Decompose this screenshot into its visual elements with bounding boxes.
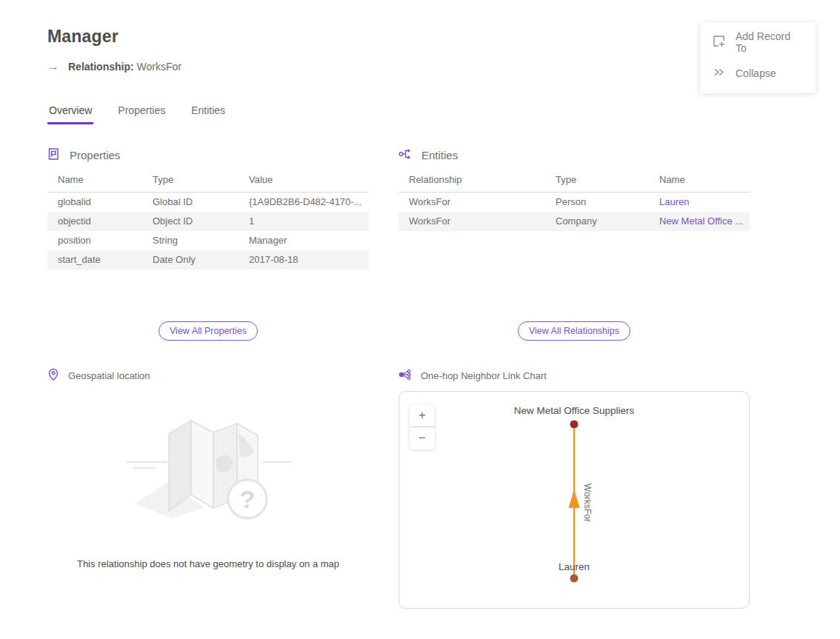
property-value: 2017-08-18 <box>239 250 369 270</box>
link-chart-graph: New Metal Office Suppliers WorksFor Laur… <box>399 392 749 608</box>
properties-table: Name Type Value globalid Global ID {1A9D… <box>47 170 369 270</box>
table-row[interactable]: start_date Date Only 2017-08-18 <box>47 250 369 270</box>
entities-icon <box>399 148 413 162</box>
geospatial-section-title: Geospatial location <box>68 370 150 381</box>
link-chart-card[interactable]: + − New Metal Office Suppliers WorksFor … <box>399 391 750 609</box>
column-header-name: Name <box>649 170 750 193</box>
property-value: 1 <box>239 212 369 231</box>
relationship-arrow-icon: → <box>47 60 59 73</box>
tab-overview[interactable]: Overview <box>47 104 93 124</box>
property-value: {1A9DB2B6-D482-4170-... <box>239 193 369 212</box>
property-value: Manager <box>239 231 369 250</box>
edge-arrow-icon <box>569 489 580 508</box>
question-mark-glyph: ? <box>240 485 256 513</box>
overview-content: Properties Name Type Value globalid <box>47 147 840 609</box>
tab-bar: Overview Properties Entities <box>47 104 840 124</box>
entities-section-header: Entities <box>399 147 750 163</box>
map-placeholder-illustration: ? <box>121 413 369 527</box>
edge-label: WorksFor <box>582 484 593 522</box>
table-row[interactable]: globalid Global ID {1A9DB2B6-D482-4170-.… <box>47 193 369 212</box>
zoom-in-button[interactable]: + <box>410 404 435 426</box>
properties-table-wrap: Name Type Value globalid Global ID {1A9D… <box>47 170 369 321</box>
properties-header-row: Name Type Value <box>47 170 369 193</box>
person-node-label: Lauren <box>559 561 590 572</box>
person-node[interactable] <box>570 575 579 583</box>
property-type: String <box>142 231 239 250</box>
column-header-name: Name <box>47 170 142 193</box>
entity-link-new-metal-office[interactable]: New Metal Office ... <box>659 215 743 227</box>
entity-relationship: WorksFor <box>399 193 545 212</box>
link-chart-icon <box>399 369 412 383</box>
column-header-type: Type <box>142 170 239 193</box>
link-chart-section-header: One-hop Neighbor Link Chart <box>399 367 750 384</box>
property-type: Object ID <box>142 212 239 231</box>
table-row[interactable]: WorksFor Company New Metal Office ... <box>399 212 750 231</box>
property-name: objectid <box>47 212 142 231</box>
properties-section-header: Properties <box>47 147 369 163</box>
company-node-label: New Metal Office Suppliers <box>514 405 635 416</box>
menu-item-add-record-to[interactable]: Add Record To <box>700 27 816 58</box>
no-geometry-message: This relationship does not have geometry… <box>47 558 369 569</box>
menu-item-collapse[interactable]: Collapse <box>700 58 816 89</box>
geospatial-section-header: Geospatial location <box>47 367 369 384</box>
company-node[interactable] <box>570 421 579 429</box>
menu-item-label: Add Record To <box>736 30 803 54</box>
property-name: start_date <box>47 250 142 270</box>
property-type: Global ID <box>142 193 239 212</box>
right-column: Entities Relationship Type Name Works <box>399 147 750 609</box>
property-name: globalid <box>47 193 142 212</box>
collapse-icon <box>713 66 725 81</box>
tab-properties[interactable]: Properties <box>116 104 167 124</box>
entity-link-lauren[interactable]: Lauren <box>659 196 689 207</box>
link-chart-section-title: One-hop Neighbor Link Chart <box>421 370 547 381</box>
table-row[interactable]: position String Manager <box>47 231 369 250</box>
record-type: Relationship: WorksFor <box>68 61 181 73</box>
table-row[interactable]: objectid Object ID 1 <box>47 212 369 231</box>
entity-type: Company <box>545 212 649 231</box>
left-column: Properties Name Type Value globalid <box>47 147 369 569</box>
view-all-relationships-button[interactable]: View All Relationships <box>518 321 630 341</box>
entities-section-title: Entities <box>421 149 458 161</box>
zoom-controls: + − <box>410 404 435 449</box>
zoom-out-button[interactable]: − <box>410 427 435 449</box>
context-menu: Add Record To Collapse <box>700 22 816 93</box>
properties-icon <box>47 147 61 163</box>
record-type-value: WorksFor <box>137 61 181 73</box>
view-all-properties-button[interactable]: View All Properties <box>159 321 258 341</box>
column-header-value: Value <box>239 170 369 193</box>
tab-entities[interactable]: Entities <box>190 104 227 124</box>
add-record-icon <box>713 35 725 50</box>
table-row[interactable]: WorksFor Person Lauren <box>399 193 750 212</box>
entity-relationship: WorksFor <box>399 212 545 231</box>
entities-table: Relationship Type Name WorksFor Person L… <box>399 170 750 231</box>
entity-type: Person <box>545 193 649 212</box>
column-header-type: Type <box>545 170 649 193</box>
map-pin-icon <box>47 368 59 384</box>
properties-section-title: Properties <box>70 149 120 161</box>
record-type-label: Relationship: <box>68 61 134 73</box>
record-detail-page: Manager → Relationship: WorksFor Add Rec… <box>0 0 840 639</box>
entities-header-row: Relationship Type Name <box>399 170 750 193</box>
entities-table-wrap: Relationship Type Name WorksFor Person L… <box>399 170 750 321</box>
column-header-relationship: Relationship <box>399 170 545 193</box>
property-name: position <box>47 231 142 250</box>
property-type: Date Only <box>142 250 239 270</box>
menu-item-label: Collapse <box>736 67 776 79</box>
